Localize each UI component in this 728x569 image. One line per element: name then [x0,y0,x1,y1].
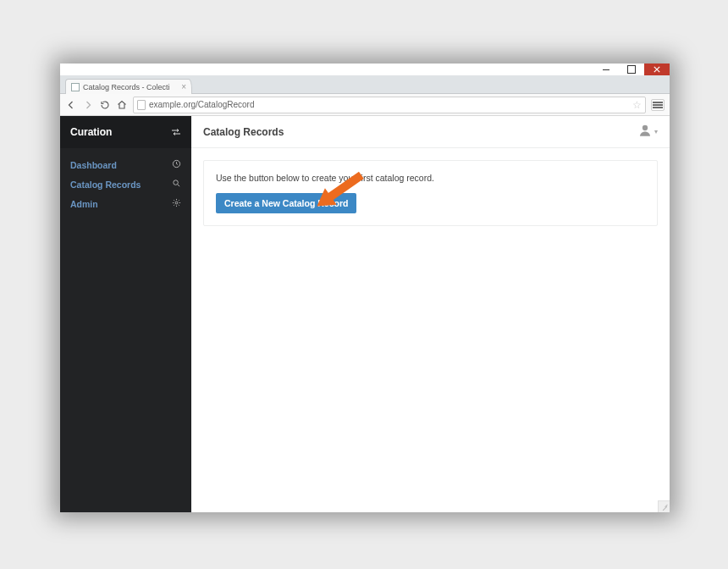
home-button[interactable] [116,99,128,111]
reload-button[interactable] [99,99,111,111]
sidebar-nav: Dashboard Catalog Records Admin [60,148,191,220]
browser-toolbar: example.org/CatalogRecord ☆ [60,94,670,116]
browser-tab-strip: Catalog Records - Colecti × [60,75,670,94]
url-text: example.org/CatalogRecord [149,100,255,109]
window-minimize-button[interactable] [593,64,619,75]
resize-grip[interactable] [658,500,670,512]
svg-point-1 [174,180,179,185]
bookmark-star-icon[interactable]: ☆ [632,99,642,111]
page-title: Catalog Records [203,126,284,138]
svg-point-3 [643,124,648,130]
search-icon [172,179,181,190]
main-header: Catalog Records ▾ [191,116,670,148]
os-title-bar [60,64,670,75]
desktop-background: Catalog Records - Colecti × example.org/… [0,0,728,569]
window-maximize-button[interactable] [619,64,644,75]
user-icon [637,123,653,141]
clock-icon [172,159,181,170]
user-menu[interactable]: ▾ [637,123,658,141]
content-well: Use the button below to create your firs… [191,148,670,238]
tab-favicon [71,83,80,91]
browser-menu-button[interactable] [651,99,665,111]
chevron-down-icon: ▾ [654,128,658,135]
browser-window: Catalog Records - Colecti × example.org/… [60,64,670,512]
svg-point-2 [175,202,178,204]
page-icon [137,100,146,110]
app-sidebar: Curation Dashboard [60,116,191,512]
tab-title: Catalog Records - Colecti [83,83,178,91]
sidebar-item-label: Admin [70,199,98,209]
app-brand: Curation [70,126,112,138]
browser-tab[interactable]: Catalog Records - Colecti × [65,79,192,94]
empty-state-panel: Use the button below to create your firs… [203,160,658,226]
sidebar-item-label: Catalog Records [70,180,141,190]
address-bar[interactable]: example.org/CatalogRecord ☆ [133,97,646,113]
tab-close-icon[interactable]: × [181,83,186,91]
sidebar-item-label: Dashboard [70,160,117,170]
app-viewport: Curation Dashboard [60,116,670,512]
sidebar-item-admin[interactable]: Admin [60,194,191,213]
gear-icon [172,198,181,209]
swap-icon[interactable] [171,124,181,140]
sidebar-header: Curation [60,116,191,148]
main-area: Catalog Records ▾ Use the button below t… [191,116,670,512]
sidebar-item-catalog-records[interactable]: Catalog Records [60,174,191,194]
forward-button[interactable] [82,99,94,111]
back-button[interactable] [65,99,77,111]
sidebar-item-dashboard[interactable]: Dashboard [60,155,191,174]
instruction-text: Use the button below to create your firs… [216,173,645,183]
window-close-button[interactable] [644,64,670,75]
